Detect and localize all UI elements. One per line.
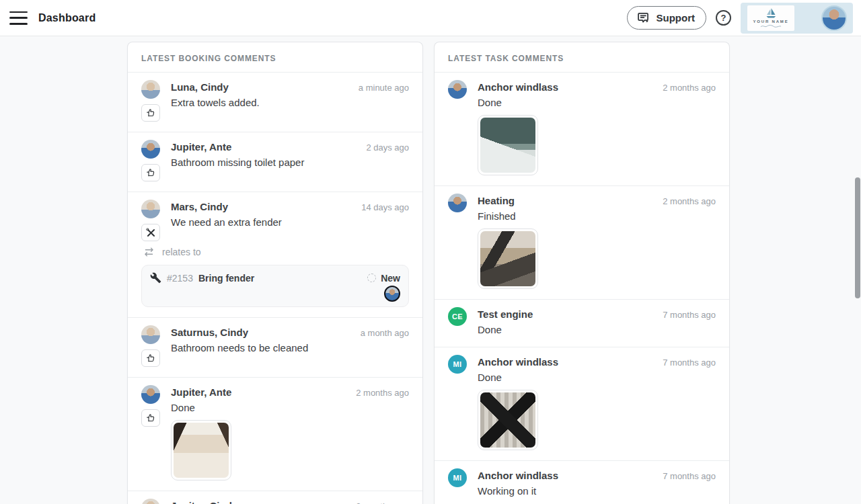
task-name: Test engine bbox=[478, 307, 533, 321]
task-title: Bring fender bbox=[198, 273, 254, 284]
task-name: Anchor windlass bbox=[478, 80, 558, 94]
commenter-avatar bbox=[448, 80, 467, 99]
comment-text: Working on it bbox=[478, 484, 716, 498]
thumbs-up-icon bbox=[141, 349, 160, 367]
task-status-label: New bbox=[381, 273, 400, 284]
menu-icon[interactable] bbox=[9, 11, 28, 25]
task-comment-item[interactable]: MI Anchor windlass 7 months ago Done bbox=[435, 347, 729, 460]
maintenance-tools-icon bbox=[141, 224, 160, 241]
relates-to-label: relates to bbox=[162, 247, 201, 257]
comment-time: 7 months ago bbox=[663, 308, 716, 322]
task-name: Anchor windlass bbox=[478, 468, 558, 482]
thumbs-up-icon bbox=[141, 409, 160, 427]
booking-comment-item[interactable]: Jupiter, Cindy 2 months ago bbox=[128, 491, 422, 504]
boat-bow-photo-thumbnail[interactable] bbox=[478, 115, 538, 175]
commenter-name: Mars, Cindy bbox=[171, 200, 228, 214]
commenter-name: Luna, Cindy bbox=[171, 80, 229, 94]
commenter-name: Jupiter, Ante bbox=[171, 140, 231, 154]
task-comment-item[interactable]: CE Test engine 7 months ago Done bbox=[435, 299, 729, 347]
status-new-icon bbox=[367, 274, 376, 282]
comment-time: a month ago bbox=[361, 326, 409, 340]
comment-text: Finished bbox=[478, 209, 716, 223]
comment-time: 2 months ago bbox=[356, 386, 409, 400]
windlass-photo-thumbnail[interactable] bbox=[478, 390, 538, 450]
task-comment-item[interactable]: MI Anchor windlass 7 months ago Working … bbox=[435, 460, 729, 504]
commenter-avatar bbox=[141, 80, 160, 99]
booking-comment-item[interactable]: Mars, Cindy 14 days ago We need an extra… bbox=[128, 192, 422, 317]
relates-arrows-icon bbox=[143, 247, 155, 257]
bathroom-photo-thumbnail[interactable] bbox=[171, 420, 231, 480]
commenter-avatar bbox=[448, 194, 467, 212]
chat-question-icon bbox=[636, 11, 650, 25]
commenter-name: Jupiter, Cindy bbox=[171, 499, 237, 504]
heater-photo-thumbnail[interactable] bbox=[478, 228, 538, 289]
help-icon[interactable]: ? bbox=[716, 10, 731, 26]
wrench-icon bbox=[150, 272, 161, 284]
task-comment-item[interactable]: Heating 2 months ago Finished bbox=[435, 185, 729, 299]
comment-text: Done bbox=[478, 370, 716, 384]
booking-comment-item[interactable]: Jupiter, Ante 2 days ago Bathroom missin… bbox=[128, 132, 422, 192]
comment-text: Bathroom needs to be cleaned bbox=[171, 341, 409, 355]
booking-comment-item[interactable]: Jupiter, Ante 2 months ago Done bbox=[128, 377, 422, 491]
comment-text: Bathroom missing toilet paper bbox=[171, 155, 409, 169]
commenter-initials-avatar: CE bbox=[448, 307, 467, 326]
support-button[interactable]: Support bbox=[627, 6, 707, 30]
task-name: Heating bbox=[478, 194, 515, 208]
commenter-avatar bbox=[141, 200, 160, 218]
related-task-block: relates to #2153 Bring fender Ne bbox=[141, 247, 409, 307]
thumbs-up-icon bbox=[141, 104, 160, 122]
comment-text: Done bbox=[478, 323, 716, 337]
comment-time: 2 months ago bbox=[663, 81, 716, 95]
comment-time: 2 months ago bbox=[663, 194, 716, 208]
brand-logo-text: YOUR NAME bbox=[753, 19, 789, 24]
support-button-label: Support bbox=[657, 12, 696, 24]
dashboard-main: LATEST BOOKING COMMENTS Luna, Cindy bbox=[0, 36, 861, 504]
comment-time: 14 days ago bbox=[361, 200, 409, 214]
comment-time: 7 months ago bbox=[663, 355, 716, 370]
commenter-avatar bbox=[141, 385, 160, 404]
related-task-card[interactable]: #2153 Bring fender New bbox=[141, 265, 409, 307]
comment-time: 2 months ago bbox=[356, 499, 409, 504]
comment-text: We need an extra fender bbox=[171, 215, 409, 229]
commenter-avatar bbox=[141, 499, 160, 504]
vertical-scrollbar-thumb[interactable] bbox=[855, 177, 860, 298]
commenter-initials-avatar: MI bbox=[448, 468, 467, 487]
comment-time: a minute ago bbox=[359, 81, 409, 95]
comment-time: 2 days ago bbox=[366, 140, 409, 155]
task-card-title: LATEST TASK COMMENTS bbox=[435, 42, 729, 73]
booking-comment-item[interactable]: Luna, Cindy a minute ago Extra towels ad… bbox=[128, 73, 422, 132]
assignee-avatar bbox=[384, 286, 400, 302]
page-title: Dashboard bbox=[38, 12, 96, 24]
booking-comment-item[interactable]: Saturnus, Cindy a month ago Bathroom nee… bbox=[128, 317, 422, 377]
comment-text: Done bbox=[171, 401, 409, 415]
commenter-avatar bbox=[141, 325, 160, 344]
booking-card-title: LATEST BOOKING COMMENTS bbox=[128, 42, 422, 73]
brand-block[interactable]: YOUR NAME bbox=[741, 3, 853, 34]
commenter-name: Jupiter, Ante bbox=[171, 385, 231, 399]
latest-booking-comments-card: LATEST BOOKING COMMENTS Luna, Cindy bbox=[127, 42, 423, 504]
top-bar: Dashboard Support ? YOUR N bbox=[0, 0, 861, 36]
comment-text: Done bbox=[478, 95, 716, 110]
task-comment-item[interactable]: Anchor windlass 2 months ago Done bbox=[435, 73, 729, 185]
company-logo: YOUR NAME bbox=[747, 5, 794, 31]
user-avatar[interactable] bbox=[821, 5, 847, 31]
task-name: Anchor windlass bbox=[478, 355, 558, 369]
thumbs-up-icon bbox=[141, 164, 160, 181]
commenter-initials-avatar: MI bbox=[448, 355, 467, 374]
comment-time: 7 months ago bbox=[663, 469, 716, 483]
task-ref: #2153 bbox=[167, 273, 193, 284]
latest-task-comments-card: LATEST TASK COMMENTS Anchor windlass 2 m… bbox=[434, 42, 730, 504]
comment-text: Extra towels added. bbox=[171, 95, 409, 110]
commenter-name: Saturnus, Cindy bbox=[171, 325, 248, 339]
logo-signature-squiggle bbox=[759, 24, 782, 28]
commenter-avatar bbox=[141, 140, 160, 159]
